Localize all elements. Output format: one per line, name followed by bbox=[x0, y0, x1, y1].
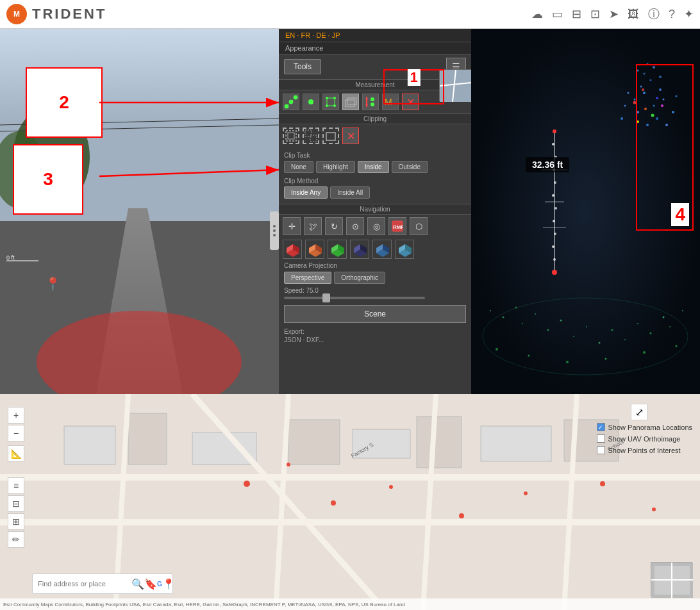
clip-outside-button[interactable]: Outside bbox=[392, 161, 428, 173]
speed-slider[interactable] bbox=[284, 297, 425, 299]
clip-region-tool[interactable] bbox=[322, 128, 339, 144]
cloud-icon[interactable]: ☁ bbox=[531, 7, 543, 21]
clip-multi-box-tool[interactable] bbox=[303, 128, 319, 144]
tools-panel: EN · FR · DE · JP Appearance Tools ☰ 1 M… bbox=[279, 29, 471, 394]
svg-point-119 bbox=[554, 207, 557, 210]
measure-point-tool[interactable] bbox=[303, 94, 319, 110]
nav-vr-tool[interactable]: ⬡ bbox=[410, 217, 428, 235]
send-icon[interactable]: ➤ bbox=[609, 7, 619, 21]
remove-clips-tool[interactable]: ✕ bbox=[342, 128, 359, 144]
nav-orbit-tool[interactable]: ↻ bbox=[325, 217, 343, 235]
svg-point-120 bbox=[553, 220, 555, 222]
map-edit-button[interactable]: ✏ bbox=[8, 531, 24, 548]
search-button[interactable]: 🔍 bbox=[131, 574, 144, 593]
clip-inside-button[interactable]: Inside bbox=[358, 161, 389, 173]
inside-any-button[interactable]: Inside Any bbox=[284, 186, 328, 199]
panel-expand-handle[interactable] bbox=[270, 211, 279, 250]
export-formats: JSON · DXF... bbox=[279, 336, 471, 343]
panorama-checkbox[interactable]: ✓ bbox=[597, 423, 605, 431]
map-marker-button[interactable]: ⊞ bbox=[8, 513, 24, 530]
help-icon[interactable]: ? bbox=[669, 8, 675, 21]
uav-checkbox[interactable] bbox=[597, 434, 605, 443]
panels-icon[interactable]: ⊟ bbox=[572, 7, 581, 21]
measure-height-tool[interactable] bbox=[362, 94, 379, 110]
svg-point-122 bbox=[552, 245, 554, 248]
poi-checkbox[interactable] bbox=[597, 446, 605, 454]
svg-point-66 bbox=[624, 339, 626, 340]
nav-zoom-tool[interactable]: ⊙ bbox=[346, 217, 364, 235]
location-button[interactable]: 📍 bbox=[162, 574, 175, 593]
dot-3 bbox=[273, 234, 276, 236]
panorama-view: 0 ft 📍 2 3 bbox=[0, 29, 279, 394]
scene-button[interactable]: Scene bbox=[284, 305, 466, 323]
cube-green-svg bbox=[328, 240, 347, 260]
map-layers-button[interactable]: ≡ bbox=[8, 477, 24, 494]
settings-icon[interactable]: ✦ bbox=[684, 7, 694, 21]
nav-move-tool[interactable]: ✛ bbox=[283, 217, 301, 235]
logo: M TRIDENT bbox=[6, 4, 106, 24]
zoom-in-button[interactable]: + bbox=[8, 407, 24, 424]
tools-button[interactable]: Tools bbox=[284, 59, 321, 74]
bookmark-button[interactable]: 🔖 bbox=[144, 574, 157, 593]
annotation-box-3: 3 bbox=[13, 144, 83, 215]
nav-circle-tool[interactable]: ◎ bbox=[367, 217, 385, 235]
measure-area-tool[interactable] bbox=[322, 94, 339, 110]
svg-point-81 bbox=[605, 358, 607, 360]
map-filter-button[interactable]: ⊟ bbox=[8, 495, 24, 512]
perspective-button[interactable]: Perspective bbox=[284, 272, 331, 284]
cube-orange-svg bbox=[306, 240, 325, 260]
measure-distance-tool[interactable] bbox=[283, 94, 299, 110]
nav-fly-tool[interactable]: 🕊 bbox=[304, 217, 322, 235]
svg-point-68 bbox=[669, 326, 671, 327]
navigation-section-header: Navigation bbox=[279, 204, 471, 215]
svg-rect-27 bbox=[347, 98, 356, 104]
svg-point-61 bbox=[503, 317, 504, 318]
svg-point-146 bbox=[389, 485, 393, 489]
cube-cyan-icon[interactable] bbox=[372, 240, 392, 259]
svg-rect-131 bbox=[192, 433, 256, 465]
cube-green-icon[interactable] bbox=[328, 240, 347, 259]
uav-orthoimage-toggle: Show UAV Orthoimage bbox=[597, 434, 692, 443]
image-icon[interactable]: 🖼 bbox=[628, 8, 639, 21]
measure-volume-tool[interactable] bbox=[342, 94, 359, 110]
svg-point-72 bbox=[560, 320, 562, 322]
orthographic-button[interactable]: Orthographic bbox=[334, 272, 385, 284]
google-button[interactable]: G bbox=[157, 574, 162, 593]
svg-point-31 bbox=[371, 97, 374, 101]
info-icon[interactable]: ⓘ bbox=[648, 6, 660, 22]
inside-all-button[interactable]: Inside All bbox=[330, 186, 370, 199]
svg-rect-134 bbox=[417, 416, 462, 468]
cube-blue-icon[interactable] bbox=[350, 240, 369, 259]
svg-point-121 bbox=[554, 233, 556, 235]
cube-red-icon[interactable] bbox=[283, 240, 302, 259]
zoom-out-button[interactable]: − bbox=[8, 425, 24, 441]
svg-rect-129 bbox=[64, 426, 115, 465]
svg-point-70 bbox=[515, 307, 517, 309]
annotation-box-4: 4 bbox=[636, 64, 694, 231]
clip-highlight-button[interactable]: Highlight bbox=[316, 161, 355, 173]
header: M TRIDENT ☁ ▭ ⊟ ⊡ ➤ 🖼 ⓘ ? ✦ bbox=[0, 0, 700, 29]
nav-custom-tool[interactable]: RMP bbox=[388, 217, 406, 235]
svg-point-65 bbox=[599, 342, 601, 344]
pointcloud-canvas: 32.36 ft 4 bbox=[471, 29, 700, 394]
clip-box-tool[interactable] bbox=[283, 128, 299, 144]
cube-orange-icon[interactable] bbox=[305, 240, 324, 259]
svg-point-99 bbox=[624, 105, 626, 107]
cube-blue-svg bbox=[351, 240, 370, 260]
map-search-input[interactable] bbox=[33, 580, 131, 588]
clip-method-label: Clip Method bbox=[284, 177, 335, 185]
svg-point-82 bbox=[643, 351, 646, 354]
map-thumb-svg bbox=[651, 563, 693, 598]
panel-icon[interactable]: ▭ bbox=[552, 7, 563, 21]
clip-method-row: Clip Method bbox=[284, 176, 466, 186]
map-side-controls: 📐 bbox=[8, 445, 24, 462]
uav-orthoimage-label: Show UAV Orthoimage bbox=[608, 435, 681, 443]
speed-thumb[interactable] bbox=[322, 293, 330, 302]
cube-lightblue-icon[interactable] bbox=[395, 240, 414, 259]
measure-map-tool[interactable]: 📐 bbox=[8, 445, 24, 462]
poi-toggle: Show Points of Interest bbox=[597, 446, 692, 454]
monitor-icon[interactable]: ⊡ bbox=[590, 7, 600, 21]
clip-none-button[interactable]: None bbox=[284, 161, 313, 173]
expand-map-button[interactable]: ⤢ bbox=[631, 404, 647, 420]
speed-label: Speed: 75.0 bbox=[284, 287, 466, 294]
